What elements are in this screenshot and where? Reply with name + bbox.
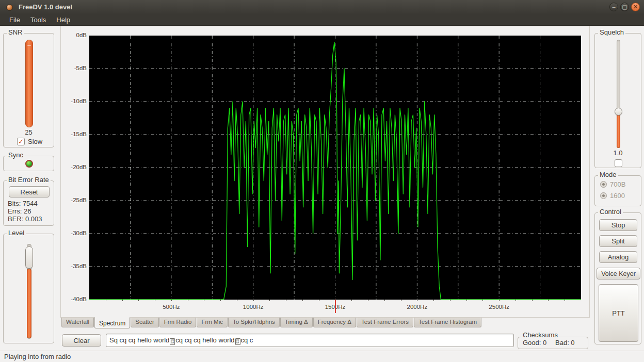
title-bar[interactable]: FreeDV 1.0 devel – ▢ ✕ <box>0 0 644 14</box>
control-char-glyph: 000A <box>235 338 240 345</box>
reset-button[interactable]: Reset <box>9 186 50 198</box>
ber-group: Bit Error Rate Reset Bits: 7544 Errs: 26… <box>3 180 54 226</box>
tx-message-segment: cq c <box>241 336 253 344</box>
x-axis-tick <box>188 300 188 301</box>
ptt-button[interactable]: PTT <box>599 284 638 342</box>
stop-button[interactable]: Stop <box>599 219 637 231</box>
tab-to-spkr-hdphns[interactable]: To Spkr/Hdphns <box>228 318 280 327</box>
x-axis-tick <box>106 300 106 301</box>
x-axis-tick <box>220 300 221 301</box>
checksum-bad: Bad: 0 <box>555 339 575 347</box>
y-axis-label: -5dB <box>61 65 87 71</box>
spectrum-plot <box>89 36 581 300</box>
y-axis-label: -25dB <box>61 197 87 203</box>
sync-group: Sync <box>3 156 54 171</box>
x-axis-tick <box>499 300 500 301</box>
y-axis-label: -40dB <box>61 296 87 302</box>
freedv-window: FreeDV 1.0 devel – ▢ ✕ File Tools Help S… <box>0 0 644 362</box>
tab-waterfall[interactable]: Waterfall <box>61 318 94 327</box>
window-controls: – ▢ ✕ <box>609 3 640 11</box>
snr-slider[interactable] <box>25 40 33 127</box>
close-button-icon[interactable]: ✕ <box>631 3 640 11</box>
x-axis-tick <box>319 300 319 301</box>
snr-slow-checkbox-label[interactable]: Slow <box>28 138 42 145</box>
x-axis-tick <box>565 300 565 301</box>
x-axis-tick <box>482 300 483 301</box>
mode-label: Mode <box>598 171 618 178</box>
squelch-enable-checkbox[interactable] <box>615 159 622 167</box>
tx-message-segment: cq cq cq hello world <box>175 336 234 344</box>
frequency-cursor[interactable] <box>335 300 336 313</box>
x-axis-label: 500Hz <box>163 304 180 310</box>
squelch-group: Squelch 1.0 <box>594 33 641 168</box>
level-slider-handle[interactable] <box>25 246 33 269</box>
maximize-button-icon[interactable]: ▢ <box>620 3 629 11</box>
control-char-glyph: 000A <box>170 338 175 345</box>
x-axis-tick <box>532 300 533 301</box>
radio-700b-label[interactable]: 700B <box>610 180 625 188</box>
y-axis-label: -35dB <box>61 263 87 269</box>
voice-keyer-button[interactable]: Voice Keyer <box>597 268 640 279</box>
x-axis-tick <box>516 300 516 301</box>
spectrum-panel: 0dB-5dB-10dB-15dB-20dB-25dB-30dB-35dB-40… <box>60 26 590 318</box>
snr-value: 25 <box>4 128 54 136</box>
snr-slow-checkbox[interactable]: ✓ <box>17 138 25 145</box>
squelch-label: Squelch <box>598 28 625 36</box>
analog-button[interactable]: Analog <box>599 251 637 263</box>
y-axis-label: -20dB <box>61 164 87 170</box>
spectrum-svg <box>89 36 581 300</box>
level-label: Level <box>7 229 26 237</box>
y-axis-label: -10dB <box>61 98 87 104</box>
status-bar: Playing into from radio <box>0 351 644 362</box>
tab-frm-radio[interactable]: Frm Radio <box>159 318 197 327</box>
ber-bits: Bits: 7544 <box>8 200 38 207</box>
clear-button[interactable]: Clear <box>62 334 101 347</box>
y-axis-label: -30dB <box>61 230 87 236</box>
tab-bar: WaterfallSpectrumScatterFrm RadioFrm Mic… <box>61 318 482 329</box>
tab-scatter[interactable]: Scatter <box>131 318 158 327</box>
y-axis-label: 0dB <box>61 32 87 38</box>
radio-1600-label[interactable]: 1600 <box>610 192 625 200</box>
ber-value: BER: 0.003 <box>8 215 42 223</box>
x-axis-tick <box>204 300 204 301</box>
tab-test-frame-errors[interactable]: Test Frame Errors <box>357 318 413 327</box>
menu-file[interactable]: File <box>4 15 25 25</box>
x-axis-tick <box>401 300 401 301</box>
x-axis-tick <box>351 300 352 301</box>
x-axis-tick <box>122 300 123 301</box>
minimize-button-icon[interactable]: – <box>609 3 618 11</box>
snr-slider-handle[interactable] <box>27 45 31 46</box>
tab-frequency[interactable]: Frequency Δ <box>313 318 356 327</box>
x-axis-tick <box>155 300 155 301</box>
x-axis-tick <box>253 300 254 301</box>
tab-timing[interactable]: Timing Δ <box>280 318 313 327</box>
menu-tools[interactable]: Tools <box>25 15 51 25</box>
menu-bar: File Tools Help <box>0 14 644 26</box>
tab-frm-mic[interactable]: Frm Mic <box>197 318 228 327</box>
checksums-group: Checksums Good: 0 Bad: 0 <box>518 337 588 349</box>
split-button[interactable]: Split <box>599 235 637 247</box>
x-axis-tick <box>171 300 172 301</box>
tx-message-input[interactable]: Sq cq cq hello world000Acq cq cq hello w… <box>106 334 514 347</box>
squelch-slider-handle[interactable] <box>615 108 622 116</box>
app-icon <box>6 4 13 11</box>
x-axis-label: 2000Hz <box>407 304 428 310</box>
level-slider-fill <box>27 269 31 338</box>
x-axis-tick <box>237 300 237 301</box>
x-axis-tick <box>269 300 270 301</box>
radio-700b[interactable] <box>600 181 607 188</box>
tab-spectrum[interactable]: Spectrum <box>94 317 130 328</box>
x-axis-tick <box>466 300 467 301</box>
x-axis-tick <box>368 300 368 301</box>
menu-help[interactable]: Help <box>51 15 75 25</box>
window-title: FreeDV 1.0 devel <box>19 3 72 11</box>
x-axis-label: 2500Hz <box>489 304 509 310</box>
sync-label: Sync <box>7 151 25 159</box>
sync-led-indicator <box>25 160 33 168</box>
radio-1600[interactable] <box>600 192 607 199</box>
tab-test-frame-histogram[interactable]: Test Frame Histogram <box>414 318 481 327</box>
x-axis-tick <box>138 300 139 301</box>
y-axis-label: -15dB <box>61 131 87 137</box>
control-group: Control Stop Split Analog Voice Keyer PT… <box>594 212 641 344</box>
squelch-slider-fill <box>617 112 620 148</box>
